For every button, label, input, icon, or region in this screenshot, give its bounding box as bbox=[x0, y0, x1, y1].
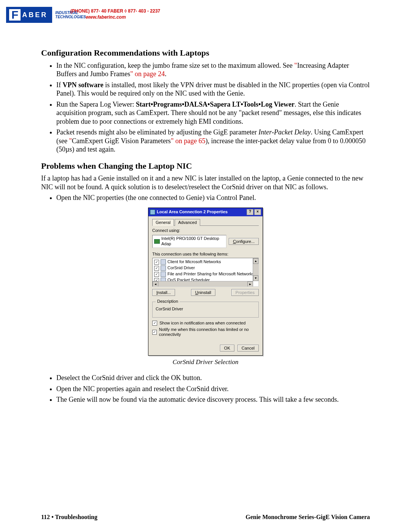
tab-strip: General Advanced bbox=[152, 219, 259, 226]
uninstall-button[interactable]: Uninstall bbox=[191, 289, 215, 296]
heading-config-recommendations: Configuration Recommendations with Lapto… bbox=[41, 48, 370, 58]
list-item: Open the NIC properties (the one connect… bbox=[56, 193, 370, 202]
list-item-file-printer-sharing[interactable]: File and Printer Sharing for Microsoft N… bbox=[153, 271, 258, 277]
connect-using-label: Connect using: bbox=[152, 228, 259, 233]
header-url[interactable]: www.faberinc.com bbox=[86, 14, 126, 20]
xref-page[interactable]: on page 65 bbox=[174, 137, 205, 145]
steps-list-after-figure: Deselect the CorSnid driver and click th… bbox=[41, 374, 370, 404]
list-item: The Genie will now be found via the auto… bbox=[56, 395, 370, 404]
page-footer: 112 • Troubleshooting Genie Monochrome S… bbox=[41, 514, 370, 521]
scroll-down-icon[interactable]: ▼ bbox=[253, 275, 258, 281]
protocol-icon bbox=[161, 259, 166, 265]
configure-button[interactable]: Configure... bbox=[229, 238, 259, 245]
header-phone: (PHONE) 877- 40 FABER ◊ 877- 403 - 2237 bbox=[70, 8, 160, 14]
connection-items-listbox[interactable]: Client for Microsoft Networks CorSnid Dr… bbox=[152, 258, 259, 287]
description-text: CorSnid Driver bbox=[156, 307, 255, 312]
items-label: This connection uses the following items… bbox=[152, 252, 259, 257]
heading-problems-laptop-nic: Problems when Changing the Laptop NIC bbox=[41, 161, 370, 171]
tab-advanced[interactable]: Advanced bbox=[175, 219, 200, 226]
scrollbar-horizontal[interactable]: ◄ ► bbox=[153, 281, 253, 286]
xref-link[interactable]: CamExpert GigE Vision Parameters bbox=[72, 137, 171, 145]
show-icon-checkbox-row[interactable]: Show icon in notification area when conn… bbox=[152, 321, 259, 326]
description-legend: Description bbox=[156, 299, 180, 304]
scroll-up-icon[interactable]: ▲ bbox=[253, 258, 258, 264]
help-button[interactable]: ? bbox=[247, 209, 253, 215]
footer-right: Genie Monochrome Series-GigE Vision Came… bbox=[245, 514, 370, 521]
figure-corsnid-dialog: Local Area Connection 2 Properties ? × G… bbox=[41, 208, 370, 366]
checkbox-icon[interactable] bbox=[154, 266, 159, 271]
cancel-button[interactable]: Cancel bbox=[237, 345, 259, 351]
intro-paragraph: If a laptop has had a Genie installed on… bbox=[41, 174, 370, 191]
list-item: Deselect the CorSnid driver and click th… bbox=[56, 374, 370, 382]
list-item: Packet resends might also be eliminated … bbox=[56, 128, 370, 154]
tab-general[interactable]: General bbox=[152, 219, 174, 226]
steps-list-before-figure: Open the NIC properties (the one connect… bbox=[41, 193, 370, 202]
nic-icon bbox=[154, 239, 160, 244]
dialog-titlebar[interactable]: Local Area Connection 2 Properties ? × bbox=[148, 208, 263, 216]
figure-caption: CorSnid Driver Selection bbox=[41, 358, 370, 366]
properties-button: Properties bbox=[231, 289, 259, 296]
adapter-name: Intel(R) PRO/1000 GT Desktop Adap bbox=[161, 236, 225, 247]
checkbox-icon[interactable] bbox=[152, 330, 157, 335]
list-item-client-networks[interactable]: Client for Microsoft Networks bbox=[153, 259, 258, 265]
dialog-title: Local Area Connection 2 Properties bbox=[157, 209, 228, 215]
notify-checkbox-row[interactable]: Notify me when this connection has limit… bbox=[152, 327, 259, 338]
protocol-icon bbox=[161, 272, 166, 277]
close-button[interactable]: × bbox=[254, 209, 261, 215]
list-item-corsnid[interactable]: CorSnid Driver bbox=[153, 265, 258, 271]
config-recommendations-list: In the NIC configuration, keep the jumbo… bbox=[41, 61, 370, 154]
scroll-right-icon[interactable]: ► bbox=[247, 281, 253, 287]
scroll-left-icon[interactable]: ◄ bbox=[153, 281, 158, 287]
list-item: Open the NIC properties again and resele… bbox=[56, 385, 370, 393]
window-icon bbox=[150, 209, 155, 215]
logo-faber: F ABER bbox=[6, 7, 52, 23]
list-item: In the NIC configuration, keep the jumbo… bbox=[56, 61, 370, 78]
checkbox-icon[interactable] bbox=[152, 321, 157, 326]
list-item: Run the Sapera Log Viewer: Start•Program… bbox=[56, 100, 370, 126]
logo-f-letter: F bbox=[9, 9, 21, 21]
list-item: If VPN software is installed, most likel… bbox=[56, 81, 370, 98]
xref-page[interactable]: on page 24 bbox=[133, 70, 165, 78]
description-group: Description CorSnid Driver bbox=[152, 299, 259, 318]
tagline-technologies: TECHNOLOGIES bbox=[55, 15, 86, 19]
dialog-local-area-connection-properties: Local Area Connection 2 Properties ? × G… bbox=[148, 208, 263, 356]
protocol-icon bbox=[161, 265, 166, 271]
checkbox-icon[interactable] bbox=[154, 272, 159, 277]
checkbox-icon[interactable] bbox=[154, 260, 159, 265]
scrollbar-vertical[interactable]: ▲ ▼ bbox=[253, 258, 258, 281]
section-name: Troubleshooting bbox=[55, 514, 97, 520]
logo-aber-text: ABER bbox=[22, 11, 48, 19]
page-number: 112 bbox=[41, 514, 50, 520]
footer-left: 112 • Troubleshooting bbox=[41, 514, 97, 521]
adapter-field: Intel(R) PRO/1000 GT Desktop Adap bbox=[152, 235, 226, 248]
ok-button[interactable]: OK bbox=[220, 345, 234, 351]
install-button[interactable]: Install... bbox=[152, 289, 175, 296]
